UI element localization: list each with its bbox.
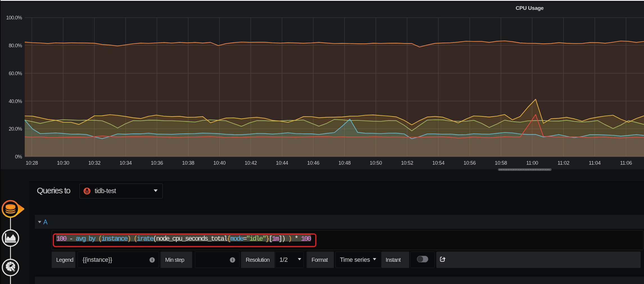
- svg-text:60.0%: 60.0%: [9, 71, 22, 76]
- svg-text:0%: 0%: [15, 154, 22, 160]
- svg-text:10:50: 10:50: [370, 160, 382, 166]
- svg-text:10:36: 10:36: [151, 160, 163, 166]
- svg-text:10:42: 10:42: [245, 160, 257, 166]
- svg-text:10:58: 10:58: [495, 160, 507, 166]
- svg-text:11:02: 11:02: [557, 160, 569, 166]
- svg-text:80.0%: 80.0%: [9, 43, 22, 48]
- svg-text:10:40: 10:40: [213, 160, 226, 166]
- svg-text:20.0%: 20.0%: [9, 126, 22, 132]
- svg-text:10:52: 10:52: [401, 160, 413, 166]
- svg-text:10:28: 10:28: [26, 160, 38, 166]
- svg-text:10:48: 10:48: [339, 160, 351, 166]
- svg-text:11:04: 11:04: [589, 160, 601, 166]
- svg-text:10:32: 10:32: [88, 160, 101, 166]
- svg-text:11:00: 11:00: [526, 160, 538, 166]
- svg-text:10:56: 10:56: [464, 160, 476, 166]
- svg-text:10:30: 10:30: [57, 160, 69, 166]
- svg-text:11:06: 11:06: [620, 160, 632, 166]
- svg-text:10:54: 10:54: [432, 160, 445, 166]
- svg-text:100.0%: 100.0%: [6, 15, 22, 21]
- svg-text:10:38: 10:38: [182, 160, 194, 166]
- svg-text:10:44: 10:44: [276, 160, 288, 166]
- svg-text:40.0%: 40.0%: [9, 99, 22, 104]
- svg-text:10:34: 10:34: [119, 160, 132, 166]
- svg-text:10:46: 10:46: [307, 160, 319, 166]
